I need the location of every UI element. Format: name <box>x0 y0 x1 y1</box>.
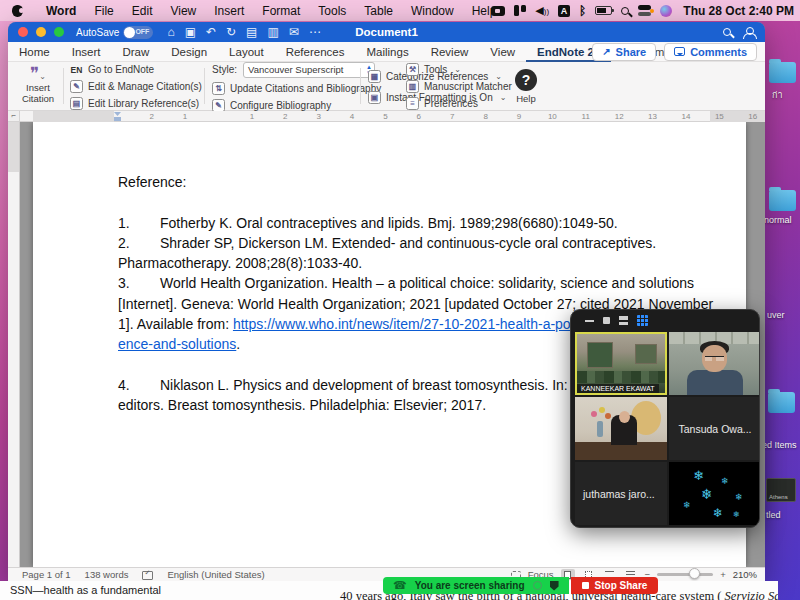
configure-bibliography-button[interactable]: ✎ Configure Bibliography <box>212 99 381 112</box>
manuscript-matcher-button[interactable]: ▥ Manuscript Matcher <box>406 80 512 93</box>
volume-icon[interactable]: ◀)) <box>535 4 549 17</box>
ribbon-tab[interactable]: Mailings <box>355 42 419 62</box>
style-dropdown[interactable]: Vancouver Superscript ▲▼ <box>243 62 375 78</box>
redo-icon[interactable]: ↻ <box>226 25 236 39</box>
page-info[interactable]: Page 1 of 1 <box>22 569 71 580</box>
share-button[interactable]: ↗ Share <box>592 43 656 61</box>
save-icon[interactable]: ▣ <box>185 25 196 39</box>
vertical-ruler[interactable] <box>8 122 20 567</box>
update-citations-button[interactable]: ⇅ Update Citations and Bibliography <box>212 82 381 95</box>
spotlight-icon[interactable] <box>621 7 629 15</box>
autosave-toggle[interactable]: OFF <box>123 26 153 39</box>
ruler-number: 6 <box>402 111 435 122</box>
ribbon-tab[interactable]: Layout <box>218 42 275 62</box>
desktop-folder-icon[interactable] <box>769 190 796 211</box>
document-icon[interactable]: ▥ <box>267 25 278 39</box>
insert-citation-button[interactable]: ❞⌄ Insert Citation <box>16 65 60 104</box>
minimize-icon[interactable] <box>585 320 594 322</box>
zoom-meeting-window[interactable]: KANNEEKAR EKAWAT Tansuda Owa... juthamas… <box>570 309 760 528</box>
word-count[interactable]: 138 words <box>85 569 129 580</box>
endnote-ribbon: ❞⌄ Insert Citation EN Go to EndNote ✎ Ed… <box>8 62 765 111</box>
zoom-level[interactable]: 210% <box>733 569 757 580</box>
go-to-endnote-button[interactable]: EN Go to EndNote <box>70 63 202 76</box>
print-icon[interactable]: ▤ <box>246 25 257 39</box>
participant-video-tile[interactable]: KANNEEKAR EKAWAT <box>575 332 667 395</box>
zoom-window-button[interactable] <box>54 27 64 37</box>
preferences-button[interactable]: ≡ Preferences <box>406 97 512 110</box>
share-presence-icon[interactable] <box>743 27 755 38</box>
help-icon: ? <box>515 69 537 91</box>
instant-formatting-icon: ▣ <box>368 91 381 104</box>
language-status[interactable]: English (United States) <box>167 569 264 580</box>
zoom-slider[interactable] <box>657 573 713 576</box>
desktop-image-thumbnail[interactable]: Athens <box>766 478 796 502</box>
ruler-number: 1 <box>235 111 268 122</box>
home-icon[interactable]: ⌂ <box>167 25 174 39</box>
ribbon-tab[interactable]: View <box>479 42 526 62</box>
left-indent-marker[interactable] <box>114 117 121 121</box>
stop-share-button[interactable]: Stop Share <box>571 577 659 594</box>
ribbon-tab[interactable]: Draw <box>111 42 160 62</box>
ribbon-tab[interactable]: Review <box>420 42 480 62</box>
comments-button[interactable]: Comments <box>664 43 757 61</box>
more-icon[interactable]: ⋯ <box>309 25 321 39</box>
menubar-item[interactable]: View <box>161 4 205 18</box>
desktop-folder-icon[interactable] <box>768 392 795 413</box>
participant-video-tile[interactable] <box>669 332 760 395</box>
menubar-item[interactable]: Table <box>355 4 402 18</box>
close-button[interactable] <box>18 27 28 37</box>
menubar-item[interactable]: Format <box>253 4 309 18</box>
menubar-item[interactable]: Edit <box>123 4 162 18</box>
input-source-icon[interactable]: A <box>558 5 570 17</box>
menubar-item[interactable]: Window <box>402 4 463 18</box>
horizontal-ruler[interactable]: 21123456789101112131415161718 <box>20 111 765 122</box>
tools-button[interactable]: ⚒ Tools ⌄ <box>406 63 512 76</box>
search-icon[interactable] <box>723 28 731 36</box>
stop-icon <box>582 582 589 589</box>
menubar-clock[interactable]: Thu 28 Oct 2:40 PM <box>683 4 794 18</box>
battery-icon[interactable] <box>595 6 612 15</box>
minimize-button[interactable] <box>36 27 46 37</box>
ribbon-tab[interactable]: Design <box>160 42 218 62</box>
screen-sharing-bar: ☎ You are screen sharing Stop Share <box>383 577 658 594</box>
participant-avatar-tile[interactable]: ❄ ❄ ❄ ❄ ❄ ❄ ❄ <box>669 462 760 525</box>
ribbon-tab[interactable]: Insert <box>61 42 112 62</box>
participant-name-tile[interactable]: Tansuda Owa... <box>669 397 760 460</box>
phone-icon: ☎ <box>393 579 407 592</box>
autosave-control[interactable]: AutoSave OFF <box>76 26 153 39</box>
speaker-view-icon[interactable] <box>603 317 610 324</box>
list-view-icon[interactable] <box>619 316 628 325</box>
ribbon-tab[interactable]: Home <box>8 42 61 62</box>
participant-video-tile[interactable] <box>575 397 667 460</box>
shield-icon <box>550 581 559 591</box>
menubar-item[interactable]: Tools <box>309 4 355 18</box>
ribbon-tab[interactable]: References <box>275 42 356 62</box>
gallery-view-icon[interactable] <box>637 315 648 326</box>
control-center-icon[interactable] <box>638 5 651 16</box>
ruler-number: 16 <box>736 111 765 122</box>
first-line-indent-marker[interactable] <box>114 112 121 116</box>
menubar-item[interactable]: Word <box>37 4 85 18</box>
siri-icon[interactable] <box>660 5 672 17</box>
tab-selector[interactable]: ⌐ <box>8 111 20 122</box>
undo-icon[interactable]: ↶ <box>206 25 216 39</box>
mail-icon[interactable]: ✉ <box>289 25 299 39</box>
window-manager-icon[interactable] <box>514 5 526 16</box>
proofing-icon[interactable] <box>142 571 153 580</box>
notification-dot <box>650 9 654 13</box>
ruler-number: 3 <box>302 111 335 122</box>
menubar-item[interactable]: Insert <box>205 4 253 18</box>
help-button[interactable]: ? Help <box>506 69 546 104</box>
screen-record-icon[interactable] <box>491 6 505 16</box>
edit-library-references-button[interactable]: ▤ Edit Library Reference(s) <box>70 97 202 110</box>
menubar-item[interactable]: File <box>85 4 122 18</box>
zoom-slider-thumb[interactable] <box>689 568 700 579</box>
macos-menubar: WordFileEditViewInsertFormatToolsTableWi… <box>0 0 800 21</box>
apple-menu-icon[interactable] <box>12 5 23 17</box>
participant-name-tile[interactable]: juthamas jaro... <box>575 462 667 525</box>
zoom-window-titlebar <box>571 310 759 331</box>
edit-manage-citations-button[interactable]: ✎ Edit & Manage Citation(s) <box>70 80 202 93</box>
bluetooth-icon[interactable]: ᛒ <box>579 4 586 18</box>
desktop-folder-icon[interactable] <box>769 62 796 83</box>
zoom-in-button[interactable]: + <box>720 569 726 580</box>
